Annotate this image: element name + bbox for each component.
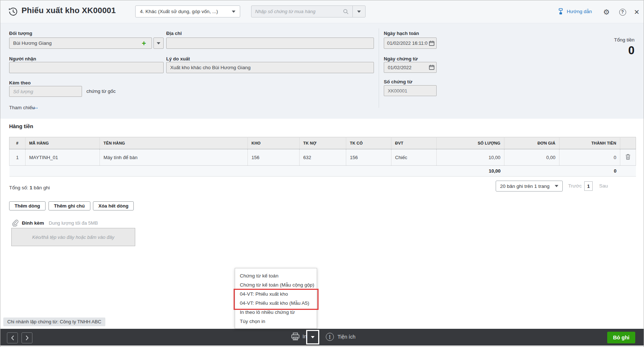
export-type-select[interactable]: 4. Khác (Xuất sử dụng, góp vốn, ...)	[135, 5, 240, 17]
export-type-value: 4. Khác (Xuất sử dụng, góp vốn, ...)	[140, 9, 232, 14]
partner-dropdown-button[interactable]	[153, 38, 164, 49]
add-row-button[interactable]: Thêm dòng	[9, 201, 46, 210]
cell-index: 1	[9, 149, 26, 166]
address-input[interactable]	[166, 38, 374, 49]
question-glyph: ?	[619, 9, 626, 16]
cell-unit-price[interactable]: 0,00	[504, 149, 559, 166]
search-icon	[343, 9, 349, 15]
branch-note: Chi nhánh lập chứng từ: Công ty TNHH ABC	[3, 318, 105, 326]
col-item-code: MÃ HÀNG	[26, 137, 100, 149]
cell-debit-account[interactable]: 632	[300, 149, 346, 166]
attachment-hint: Dung lượng tối đa 5MB	[49, 220, 98, 226]
attached-count-input[interactable]	[9, 86, 82, 97]
utilities-label: Tiện ích	[337, 334, 355, 340]
form-divider	[379, 28, 379, 108]
unsave-button[interactable]: Bỏ ghi	[607, 332, 635, 343]
paperclip-icon	[11, 219, 19, 226]
history-icon[interactable]	[8, 7, 18, 16]
chevron-down-icon	[157, 42, 160, 44]
summary-prefix: Tổng số:	[9, 185, 28, 190]
printer-icon	[291, 332, 300, 340]
chevron-right-icon	[26, 335, 29, 340]
attachment-header: Đính kèm Dung lượng tối đa 5MB	[11, 219, 98, 226]
col-warehouse: KHO	[248, 137, 300, 149]
items-section-title: Hàng tiền	[9, 123, 33, 129]
col-item-name: TÊN HÀNG	[100, 137, 248, 149]
document-number-label: Số chứng từ	[384, 79, 412, 84]
file-dropzone[interactable]: Kéo/thả tệp vào đây hoặc bấm vào đây	[11, 228, 135, 246]
summary-suffix: bản ghi	[34, 185, 50, 190]
total-amount: 0	[559, 166, 620, 177]
chevron-left-icon	[11, 335, 14, 340]
page-title: Phiếu xuất kho XK00001	[22, 6, 116, 15]
add-note-button[interactable]: Thêm ghi chú	[48, 201, 90, 210]
document-date-label: Ngày chứng từ	[384, 56, 418, 62]
calendar-icon[interactable]	[429, 40, 434, 46]
chevron-down-icon	[555, 185, 558, 187]
menu-item-print-options[interactable]: Tùy chọn in	[235, 317, 317, 326]
current-page-number[interactable]: 1	[584, 181, 593, 191]
menu-item-04vt-export-slip[interactable]: 04-VT: Phiếu xuất kho	[235, 289, 317, 299]
receiver-label: Người nhận	[9, 56, 36, 62]
utilities-dots-icon: ⋮	[326, 333, 334, 341]
search-input[interactable]	[255, 9, 343, 14]
menu-item-accounting-doc-merged[interactable]: Chứng từ kế toán (Mẫu cộng gộp)	[235, 280, 317, 289]
col-actions	[620, 137, 636, 149]
cell-amount[interactable]: 0	[559, 149, 620, 166]
cell-credit-account[interactable]: 156	[346, 149, 391, 166]
cell-quantity[interactable]: 10,00	[437, 149, 504, 166]
col-amount: THÀNH TIỀN	[559, 137, 620, 149]
items-body: Hàng tiền # MÃ HÀNG TÊN HÀNG KHO TK NỢ T…	[0, 119, 644, 329]
delete-all-rows-button[interactable]: Xóa hết dòng	[93, 201, 134, 210]
delete-row-trash-icon[interactable]	[625, 154, 631, 160]
help-guide-label: Hướng dẫn	[567, 9, 592, 14]
cell-item-code[interactable]: MAYTINH_01	[26, 149, 100, 166]
attachment-label: Đính kèm	[22, 220, 44, 226]
total-quantity: 10,00	[437, 166, 504, 177]
utilities-button[interactable]: ⋮ Tiện ích	[326, 333, 355, 341]
partner-input[interactable]	[9, 38, 152, 49]
close-icon[interactable]: ×	[632, 7, 641, 17]
receiver-input[interactable]	[9, 62, 164, 73]
page-size-select[interactable]: 20 bản ghi trên 1 trang	[496, 181, 563, 192]
next-document-button[interactable]	[22, 332, 32, 343]
total-amount-value: 0	[628, 44, 635, 57]
table-header-row: # MÃ HÀNG TÊN HÀNG KHO TK NỢ TK CÓ ĐVT S…	[9, 137, 636, 149]
print-dropdown-caret[interactable]	[306, 330, 319, 344]
chevron-down-icon	[232, 11, 235, 13]
guide-icon	[557, 8, 564, 15]
help-icon[interactable]: ?	[618, 7, 627, 17]
add-partner-plus-icon[interactable]: +	[142, 40, 146, 47]
chevron-down-icon	[311, 336, 315, 338]
menu-item-accounting-doc[interactable]: Chứng từ kế toán	[235, 271, 317, 280]
posting-date-label: Ngày hạch toán	[384, 31, 419, 36]
col-credit-account: TK CÓ	[346, 137, 391, 149]
cell-unit[interactable]: Chiếc	[391, 149, 437, 166]
prev-document-button[interactable]	[7, 332, 18, 343]
purchase-doc-search	[251, 5, 353, 17]
col-unit: ĐVT	[391, 137, 437, 149]
search-dropdown-button[interactable]	[352, 5, 366, 17]
calendar-icon[interactable]	[429, 64, 434, 70]
print-button[interactable]: In	[291, 332, 307, 340]
cell-item-name[interactable]: Máy tính để bàn	[100, 149, 248, 166]
export-reason-input[interactable]	[166, 62, 374, 73]
col-unit-price: ĐƠN GIÁ	[504, 137, 559, 149]
reference-more-link[interactable]: ...	[32, 103, 38, 110]
chevron-down-icon	[357, 11, 361, 13]
items-table: # MÃ HÀNG TÊN HÀNG KHO TK NỢ TK CÓ ĐVT S…	[9, 137, 636, 177]
cell-warehouse[interactable]: 156	[248, 149, 300, 166]
document-number-input[interactable]	[384, 85, 437, 96]
print-options-menu: Chứng từ kế toán Chứng từ kế toán (Mẫu c…	[235, 268, 317, 329]
partner-label: Đối tượng	[9, 31, 32, 36]
attached-count-label: Kèm theo	[9, 80, 31, 86]
attached-count-suffix: chứng từ gốc	[86, 88, 116, 94]
next-page-button[interactable]: Sau	[599, 183, 608, 189]
menu-item-batch-print[interactable]: In theo lô nhiều chứng từ	[235, 308, 317, 317]
summary-count: 1	[30, 185, 32, 190]
menu-item-04vt-export-slip-a5[interactable]: 04-VT: Phiếu xuất kho (Mẫu A5)	[235, 299, 317, 308]
help-guide-link[interactable]: Hướng dẫn	[557, 8, 592, 15]
settings-gear-icon[interactable]: ⚙	[602, 7, 611, 17]
prev-page-button[interactable]: Trước	[568, 183, 582, 189]
table-row[interactable]: 1 MAYTINH_01 Máy tính để bàn 156 632 156…	[9, 149, 636, 166]
